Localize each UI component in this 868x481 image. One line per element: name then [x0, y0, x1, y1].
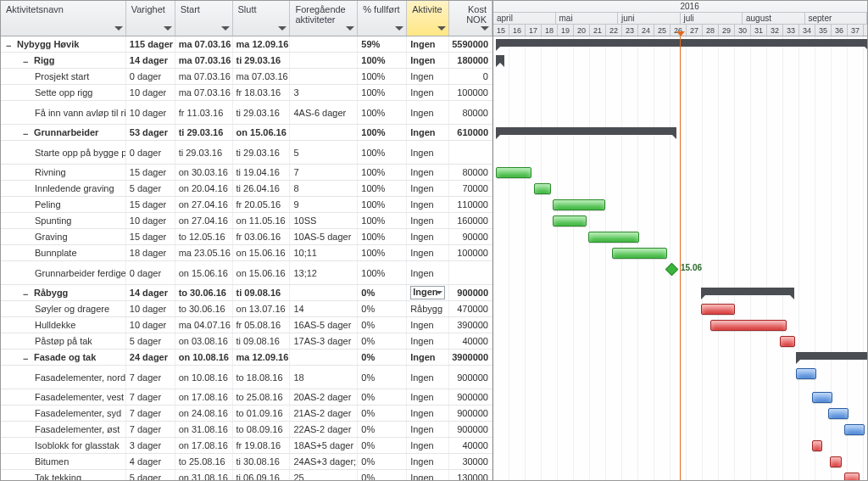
cell-activity[interactable]: Ingen — [407, 181, 449, 196]
cell[interactable]: to 25.08.16 — [233, 389, 291, 405]
table-row[interactable]: Fasadelementer, nord7 dageron 10.08.16to… — [1, 366, 492, 389]
cell-activity[interactable]: Ingen — [407, 53, 449, 68]
table-row[interactable]: Isoblokk for glasstak3 dageron 17.08.16f… — [1, 438, 492, 454]
cell[interactable]: 7 — [290, 165, 358, 180]
task-bar[interactable] — [828, 408, 849, 419]
summary-bar[interactable] — [496, 55, 504, 63]
cell[interactable]: 0% — [358, 317, 407, 333]
task-bar[interactable] — [701, 304, 735, 315]
cell[interactable]: 22AS-2 dager — [290, 422, 358, 437]
table-row[interactable]: Fasadelementer, øst7 dageron 31.08.16to … — [1, 422, 492, 438]
cell[interactable]: 10 dager — [126, 85, 175, 100]
task-bar[interactable] — [830, 456, 842, 467]
cell[interactable]: 0% — [358, 470, 407, 480]
cell-activity[interactable]: Ingen — [407, 165, 449, 180]
cell[interactable]: 24AS+3 dager;18 — [290, 454, 358, 469]
cell[interactable]: 20AS-2 dager — [290, 389, 358, 405]
cell[interactable]: on 27.04.16 — [175, 213, 233, 228]
filter-icon[interactable] — [346, 26, 354, 33]
cell[interactable]: fr 18.03.16 — [233, 85, 291, 100]
cell[interactable]: fr 03.06.16 — [233, 229, 291, 244]
table-row[interactable]: Rivning15 dageron 30.03.16ti 19.04.16710… — [1, 165, 492, 181]
cell[interactable]: 15 dager — [126, 165, 175, 180]
task-bar[interactable] — [496, 167, 531, 178]
cell-cost[interactable]: 30000 — [449, 454, 492, 469]
cell-activity[interactable]: Ingen — [407, 85, 449, 100]
cell[interactable]: 100% — [358, 69, 407, 84]
cell[interactable]: 100% — [358, 229, 407, 244]
cell-activity[interactable]: Ingen — [407, 317, 449, 333]
task-bar[interactable] — [844, 424, 865, 435]
cell[interactable]: 4AS-6 dager — [290, 101, 358, 124]
cell[interactable]: 16AS-5 dager — [290, 317, 358, 333]
cell[interactable]: on 30.03.16 — [175, 165, 233, 180]
cell-activity[interactable]: Ingen — [407, 229, 449, 244]
cell[interactable]: 10 dager — [126, 301, 175, 316]
cell[interactable]: 10;11 — [290, 245, 358, 260]
filter-icon[interactable] — [221, 26, 230, 33]
milestone[interactable] — [665, 263, 679, 277]
cell-cost[interactable]: 900000 — [449, 285, 492, 300]
table-row[interactable]: Fasade og tak24 dageron 10.08.16ma 12.09… — [1, 350, 492, 366]
cell[interactable]: fr 05.08.16 — [233, 317, 291, 333]
col-activity[interactable]: Aktivite — [407, 1, 449, 36]
cell[interactable]: 0% — [358, 350, 407, 365]
cell[interactable]: 4 dager — [126, 454, 175, 469]
table-row[interactable]: Hulldekke10 dagerma 04.07.16fr 05.08.161… — [1, 317, 492, 333]
col-pred[interactable]: Foregående aktiviteter — [290, 1, 358, 36]
gantt-body[interactable]: 15.06 — [493, 36, 867, 480]
task-bar[interactable] — [796, 368, 816, 379]
cell-activity[interactable]: Ingen — [407, 125, 449, 140]
cell-activity[interactable]: Ingen — [407, 422, 449, 437]
cell-activity[interactable]: Ingen — [407, 438, 449, 453]
cell[interactable]: 15 dager — [126, 197, 175, 212]
cell[interactable]: ma 07.03.16 — [233, 69, 291, 84]
cell[interactable]: 100% — [358, 197, 407, 212]
collapse-icon[interactable] — [23, 354, 31, 361]
cell[interactable]: 10 dager — [126, 213, 175, 228]
cell[interactable]: ti 30.08.16 — [233, 454, 291, 469]
cell[interactable]: ti 09.08.16 — [233, 333, 291, 349]
task-bar[interactable] — [710, 320, 787, 331]
cell[interactable]: on 27.04.16 — [175, 197, 233, 212]
cell[interactable]: ti 29.03.16 — [233, 53, 291, 68]
cell[interactable]: 100% — [358, 125, 407, 140]
cell[interactable]: ma 07.03.16 — [175, 36, 233, 52]
filter-icon[interactable] — [164, 26, 172, 33]
cell-cost[interactable]: 610000 — [449, 125, 492, 140]
cell[interactable]: to 30.06.16 — [175, 285, 233, 300]
cell[interactable]: 0% — [358, 454, 407, 469]
cell[interactable]: 24 dager — [126, 350, 175, 365]
cell[interactable]: ma 12.09.16 — [233, 36, 291, 52]
cell-cost[interactable]: 130000 — [449, 470, 492, 480]
task-bar[interactable] — [812, 392, 832, 403]
col-start[interactable]: Start — [175, 1, 233, 36]
cell[interactable]: on 31.08.16 — [175, 422, 233, 437]
cell[interactable]: 59% — [358, 36, 407, 52]
cell[interactable]: ma 04.07.16 — [175, 317, 233, 333]
table-row[interactable]: Råbygg14 dagerto 30.06.16ti 09.08.160%In… — [1, 285, 492, 301]
task-bar[interactable] — [553, 215, 587, 227]
cell[interactable]: ma 07.03.16 — [175, 69, 233, 84]
filter-icon[interactable] — [481, 26, 489, 33]
cell[interactable]: 10 dager — [126, 101, 175, 124]
cell-activity[interactable]: Ingen — [407, 350, 449, 365]
cell[interactable]: 100% — [358, 261, 407, 284]
table-row[interactable]: Nybygg Høvik115 dagerma 07.03.16ma 12.09… — [1, 36, 492, 53]
cell[interactable]: 100% — [358, 141, 407, 164]
cell-activity[interactable]: Ingen — [407, 261, 449, 284]
cell[interactable]: on 17.08.16 — [175, 438, 233, 453]
cell-activity[interactable]: Ingen — [407, 245, 449, 260]
cell[interactable] — [290, 36, 358, 52]
cell[interactable]: on 03.08.16 — [175, 333, 233, 349]
cell[interactable]: 10 dager — [126, 317, 175, 333]
table-row[interactable]: Fasadelementer, syd7 dageron 24.08.16to … — [1, 405, 492, 422]
cell[interactable]: to 18.08.16 — [233, 366, 291, 389]
cell[interactable]: ma 07.03.16 — [175, 53, 233, 68]
cell[interactable]: ti 29.03.16 — [233, 141, 291, 164]
cell-cost[interactable]: 900000 — [449, 389, 492, 405]
cell[interactable] — [290, 125, 358, 140]
task-bar[interactable] — [534, 183, 551, 194]
cell[interactable]: 14 — [290, 301, 358, 316]
cell[interactable]: 8 — [290, 181, 358, 196]
